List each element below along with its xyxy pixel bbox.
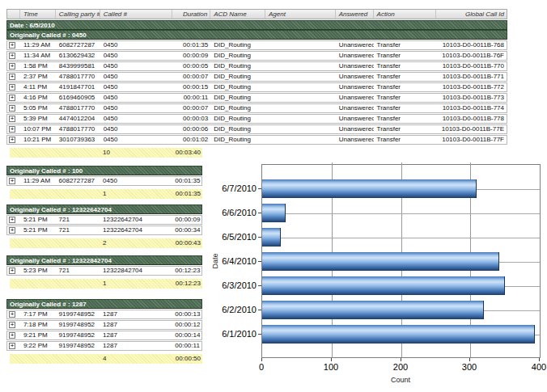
x-axis-tick <box>469 358 470 361</box>
cell-answered: Unanswered <box>336 52 374 60</box>
column-header-global-call-id[interactable]: Global Call Id <box>436 10 507 19</box>
cell-called: 0450 <box>100 104 173 112</box>
cell-action: Transfer <box>374 73 437 81</box>
cell-calling-party: 721 <box>56 267 100 275</box>
cell-calling-party: 8439999581 <box>56 62 100 70</box>
expand-row-button[interactable]: + <box>9 332 15 339</box>
cell-duration: 00:00:11 <box>172 94 210 102</box>
cell-time: 7:17 PM <box>20 310 56 318</box>
side-group-table: Originally Called # : 100+11:29 AM608272… <box>6 166 202 199</box>
group-summary-row: 100:12:23 <box>10 279 202 289</box>
summary-total-duration: 00:03:40 <box>172 148 202 158</box>
cell-called: 0450 <box>100 177 172 185</box>
cell-time: 11:29 AM <box>20 177 56 185</box>
cell-called: 1287 <box>100 321 172 329</box>
y-axis-tick <box>258 188 261 189</box>
table-row: +10:21 PM3010739363045000:01:02DID_Routi… <box>6 135 507 145</box>
cell-calling-party: 9199748952 <box>56 342 100 350</box>
cell-calling-party: 721 <box>56 226 100 234</box>
cell-time: 5:21 PM <box>20 226 56 234</box>
column-header-time[interactable]: Time <box>20 10 56 19</box>
x-axis-tick <box>539 358 540 361</box>
expand-row-button[interactable]: + <box>9 63 15 70</box>
cell-acd-name: DID_Routing <box>210 62 265 70</box>
expand-row-button[interactable]: + <box>9 42 15 48</box>
column-header-called[interactable]: Called # <box>100 10 173 19</box>
cell-called: 0450 <box>100 41 173 49</box>
expand-cell: + <box>7 53 20 59</box>
cell-called: 12322842704 <box>100 267 172 275</box>
cell-global-call-id: 10103-D0-0011B-768 <box>436 41 507 49</box>
summary-total-duration: 00:01:35 <box>172 189 202 199</box>
column-header-acd-name[interactable]: ACD Name <box>210 10 265 19</box>
cell-time: 5:39 PM <box>20 115 56 123</box>
expand-row-button[interactable]: + <box>9 217 15 223</box>
expand-row-button[interactable]: + <box>9 105 15 112</box>
cell-acd-name: DID_Routing <box>210 104 265 112</box>
cell-time: 11:29 AM <box>20 41 56 49</box>
expand-row-button[interactable]: + <box>9 311 15 318</box>
cell-time: 2:37 PM <box>20 73 56 81</box>
cell-duration: 00:00:09 <box>172 216 201 224</box>
table-header-row: Time Calling party # Called # Duration A… <box>6 9 507 19</box>
cell-calling-party: 9199748952 <box>56 310 100 318</box>
group-summary-row: 10 00:03:40 <box>10 148 202 158</box>
group-header: Originally Called # : 100 <box>6 166 202 175</box>
column-header-calling-party[interactable]: Calling party # <box>56 10 100 19</box>
summary-total-duration: 00:12:23 <box>172 279 202 289</box>
cell-time: 9:21 PM <box>20 331 56 339</box>
cell-global-call-id: 10103-D0-0011B-77E <box>436 125 507 133</box>
expand-row-button[interactable]: + <box>9 137 15 143</box>
expand-cell: + <box>7 84 20 91</box>
expand-row-button[interactable]: + <box>9 95 15 101</box>
side-group-table: Originally Called # : 12322642704+5:21 P… <box>6 204 202 248</box>
summary-spacer <box>10 354 100 364</box>
cell-acd-name: DID_Routing <box>210 125 265 133</box>
cell-action: Transfer <box>374 41 437 49</box>
expand-row-button[interactable]: + <box>9 116 15 122</box>
table-row: +5:23 PM7211232284270400:12:23 <box>6 266 202 276</box>
cell-acd-name: DID_Routing <box>210 52 265 60</box>
table-row: +5:05 PM4788017770045000:00:07DID_Routin… <box>6 103 507 113</box>
table-row: +7:18 PM9199748952128700:00:12 <box>6 320 202 330</box>
cell-calling-party: 4788017770 <box>56 73 100 81</box>
table-row: +11:34 AM6130629432045000:00:09DID_Routi… <box>6 51 507 61</box>
column-header-duration[interactable]: Duration <box>172 10 210 19</box>
expand-cell: + <box>7 137 20 143</box>
bar-6-5-2010 <box>262 228 281 247</box>
cell-calling-party: 9199748952 <box>56 321 100 329</box>
expand-row-button[interactable]: + <box>9 322 15 328</box>
expand-row-button[interactable]: + <box>9 126 15 133</box>
expand-cell: + <box>7 105 20 112</box>
bar-6-1-2010 <box>262 325 535 344</box>
table-row: +11:29 AM6082727287045000:01:35DID_Routi… <box>6 40 507 50</box>
table-row: +7:17 PM9199748952128700:00:13 <box>6 310 202 319</box>
expand-cell: + <box>7 116 20 122</box>
expand-row-button[interactable]: + <box>9 53 15 59</box>
column-header-expand <box>7 10 20 19</box>
expand-row-button[interactable]: + <box>9 84 15 91</box>
cell-calling-party: 9199748952 <box>56 331 100 339</box>
cell-called: 12322642704 <box>100 216 172 224</box>
column-header-answered[interactable]: Answered <box>336 10 374 19</box>
cell-time: 9:22 PM <box>20 342 56 350</box>
cell-duration: 00:00:15 <box>172 83 210 91</box>
expand-row-button[interactable]: + <box>9 178 15 184</box>
expand-row-button[interactable]: + <box>9 227 15 234</box>
cell-duration: 00:01:35 <box>172 177 201 185</box>
column-header-action[interactable]: Action <box>374 10 437 19</box>
cell-time: 5:21 PM <box>20 216 56 224</box>
bar-6-3-2010 <box>262 276 505 295</box>
cell-called: 0450 <box>100 83 173 91</box>
cell-duration: 00:01:02 <box>172 136 210 144</box>
cell-called: 0450 <box>100 62 173 70</box>
cell-duration: 00:00:34 <box>172 226 201 234</box>
expand-row-button[interactable]: + <box>9 268 15 274</box>
cell-calling-party: 6082727287 <box>56 177 100 185</box>
column-header-agent[interactable]: Agent <box>265 10 336 19</box>
cell-calling-party: 4788017770 <box>56 104 100 112</box>
cell-duration: 00:12:23 <box>172 267 201 275</box>
cell-called: 12322642704 <box>100 226 172 234</box>
expand-row-button[interactable]: + <box>9 343 15 349</box>
expand-row-button[interactable]: + <box>9 74 15 80</box>
